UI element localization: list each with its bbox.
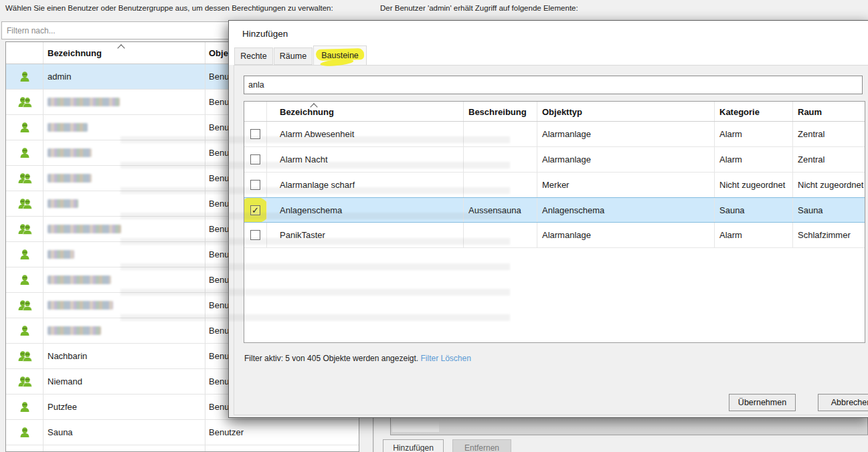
user-icon [17,121,33,134]
redaction-band [120,238,510,245]
user-row[interactable]: S Benutzer [6,445,359,452]
tab-label: Bausteine [321,51,359,60]
tab-label: Rechte [240,51,267,61]
column-divider [43,394,44,419]
user-objecttype: Benutzer [205,420,359,445]
cancel-button[interactable]: Abbrechen [818,394,868,411]
column-header-kategorie[interactable]: Kategorie [714,102,792,122]
tab-raeume[interactable]: Räume [274,47,313,65]
column-divider [43,64,44,89]
apply-button[interactable]: Übernehmen [729,394,796,411]
column-divider [43,42,44,64]
column-divider [537,198,537,222]
column-divider [43,267,44,292]
column-divider [43,191,44,216]
column-divider [205,445,205,452]
redacted-name [48,250,74,259]
user-icon [17,70,33,84]
user-icon [17,273,33,287]
redaction-band [120,263,510,270]
object-raum: Sauna [792,198,865,222]
column-divider [792,173,793,197]
filter-status: Filter aktiv: 5 von 405 Objekte werden a… [244,354,471,363]
group-icon [16,375,33,388]
column-divider [43,369,44,394]
tab-bausteine[interactable]: Bausteine [313,45,367,65]
user-name: Putzfee [43,394,205,419]
user-name [43,90,205,114]
object-objekttyp: Anlagenschema [537,198,714,222]
user-icon [17,248,33,261]
object-kategorie: Sauna [714,198,792,222]
dialog-filter-input[interactable] [244,76,863,94]
column-divider [792,147,793,172]
column-divider [714,147,715,172]
column-divider [205,394,205,419]
column-divider [205,90,205,114]
user-name: admin [43,64,205,89]
user-objecttype: Benutzer [205,445,359,452]
column-header-objekttyp[interactable]: Objekttyp [537,102,714,122]
object-kategorie: Alarm [714,122,792,146]
tab-rechte[interactable]: Rechte [234,47,273,65]
user-name: Nachbarin [43,344,205,368]
object-row[interactable]: Alarmanlage scharf Merker Nicht zugeordn… [244,173,865,198]
column-header-raum[interactable]: Raum [792,102,865,122]
column-divider [714,122,715,146]
column-divider [205,369,205,394]
column-divider [43,293,44,318]
object-row[interactable]: Alarm Abwesenheit Alarmanlage Alarm Zent… [244,122,865,147]
column-divider [43,140,44,165]
column-header-bezeichnung[interactable]: Bezeichnung [266,102,463,122]
user-icon [17,401,33,414]
dialog-title: Hinzufügen [242,29,288,39]
group-icon [16,197,33,211]
user-row[interactable]: Sauna Benutzer [6,420,359,445]
column-divider [43,166,44,191]
object-kategorie: Alarm [714,147,792,172]
redaction-band [120,187,510,194]
redacted-name [48,148,92,157]
column-header-beschreibung[interactable]: Beschreibung [463,102,537,122]
object-row[interactable]: Alarm Nacht Alarmanlage Alarm Zentral [244,147,865,173]
object-objekttyp: Merker [537,173,714,197]
column-divider [792,102,793,121]
column-header-bezeichnung[interactable]: Bezeichnung [43,42,102,64]
users-pane-header: Wählen Sie einen Benutzer oder Benutzerg… [5,4,333,12]
column-divider [537,122,537,146]
redaction-band [120,213,510,219]
column-divider [463,102,464,121]
objects-table-header[interactable]: Bezeichnung Beschreibung Objekttyp Kateg… [244,102,865,122]
column-divider [714,102,715,121]
add-element-button[interactable]: Hinzufügen [383,439,444,452]
clear-filter-link[interactable]: Filter Löschen [421,354,471,363]
object-raum: Schlafzimmer [792,223,865,247]
user-icon [17,426,33,439]
redacted-name [48,275,111,284]
user-name: S [43,445,205,452]
column-divider [266,102,267,121]
column-divider [43,344,44,368]
column-divider [43,318,44,343]
column-divider [714,173,715,197]
group-icon [16,299,33,312]
column-divider [43,217,44,241]
group-icon [16,172,33,185]
object-objekttyp: Alarmanlage [537,223,714,247]
object-objekttyp: Alarmanlage [537,122,714,146]
column-divider [43,420,44,445]
column-divider [537,223,537,247]
column-divider [43,115,44,140]
tab-label: Räume [280,51,307,61]
user-icon [17,324,33,338]
group-icon [16,223,33,236]
user-name: Sauna [43,420,205,445]
column-divider [205,42,205,64]
user-icon [17,146,33,160]
redaction-band [120,314,510,321]
redaction-band [120,289,510,296]
remove-element-button[interactable]: Entfernen [452,439,511,452]
column-divider [714,198,715,222]
redacted-name [48,199,78,208]
redacted-name [48,225,121,233]
